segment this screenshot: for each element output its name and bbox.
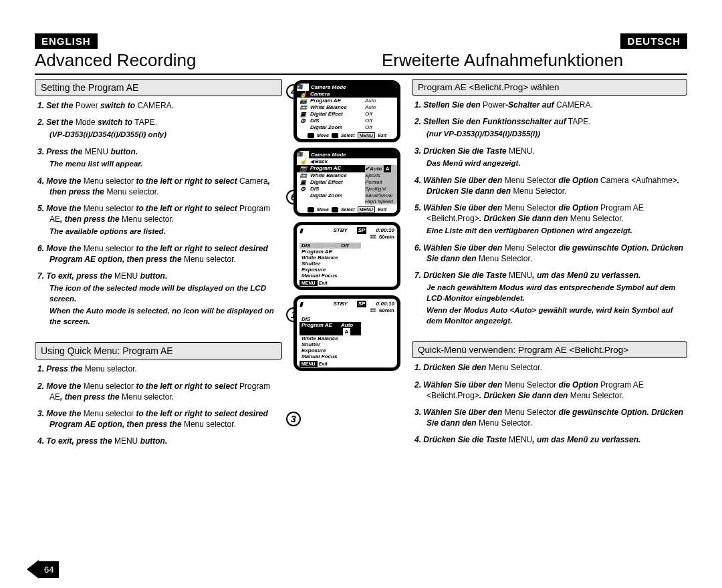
camera-screen-4: 🎥Camera Mode ☝Camera 📷Program AEAuto 📼Wh… [293,80,400,142]
lang-badge-deutsch: DEUTSCH [620,33,687,49]
select-icon [332,207,338,212]
gear-icon: ⚙ [297,186,309,192]
subhead-en-2: Using Quick Menu: Program AE [35,342,282,359]
camera-icon: 📷 [297,98,309,104]
tape-icon: 📼 [370,307,376,313]
hand-icon: ☝ [297,91,309,98]
steps-de-2: 1. Drücken Sie den Menu Selector. 2. Wäh… [412,362,687,445]
quick-menu-screen-3: ▮STBYSP0:00:10 📼60min DIS Program AEAuto… [293,295,400,371]
joystick-icon [308,133,314,138]
hand-icon: ☝ [297,158,309,165]
steps-en-1: 1. Set the Power switch to CAMERA. 2. Se… [35,100,282,327]
camcorder-icon: 🎥 [297,151,309,158]
manual-page: ENGLISH DEUTSCH Advanced Recording Erwei… [0,0,722,466]
title-row: Advanced Recording Erweiterte Aufnahmefu… [35,50,687,75]
callout-3: 3 [286,412,301,426]
quick-menu-screen-1: ▮STBYSP0:00:10 📼60min DISOff Program AE … [293,222,400,290]
title-deutsch: Erweiterte Aufnahmefunktionen [382,50,687,71]
title-english: Advanced Recording [35,50,340,71]
tape-icon: 📼 [297,172,309,179]
tape-icon: 📼 [297,104,309,111]
display-icon: ▣ [297,111,309,118]
gear-icon: ⚙ [297,118,309,124]
battery-icon: ▮ [299,227,303,234]
camera-screen-6: 🎥Camera Mode ☝◀ Back 📷Program AE✔AutoA 📼… [293,148,400,216]
language-row: ENGLISH DEUTSCH [35,33,687,49]
steps-en-2: 1. Press the Menu selector. 2. Move the … [35,363,282,446]
joystick-icon [308,207,314,212]
subhead-en-1: Setting the Program AE [35,79,282,96]
camera-icon: 📷 [297,165,309,172]
camcorder-icon: 🎥 [297,84,309,91]
column-english: Setting the Program AE 1. Set the Power … [35,79,282,453]
select-icon [332,133,338,138]
subhead-de-1: Program AE <Belicht.Prog> wählen [412,79,687,96]
lang-badge-english: ENGLISH [35,33,98,49]
column-deutsch: Program AE <Belicht.Prog> wählen 1. Stel… [412,79,687,453]
column-screens: 4 🎥Camera Mode ☝Camera 📷Program AEAuto 📼… [290,79,404,453]
battery-icon: ▮ [299,301,303,307]
subhead-de-2: Quick-Menü verwenden: Program AE <Belich… [412,341,687,358]
display-icon: ▣ [297,179,309,186]
triangle-icon [27,560,39,579]
steps-de-1: 1. Stellen Sie den Power-Schalter auf CA… [412,100,687,326]
tape-icon: 📼 [370,234,376,240]
page-number: 64 [27,560,59,579]
